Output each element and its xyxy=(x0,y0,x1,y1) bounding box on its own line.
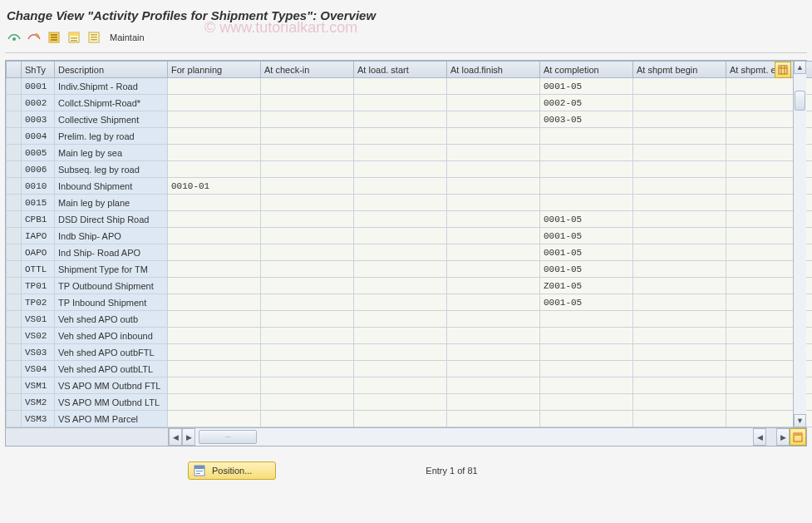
cell-for-planning[interactable] xyxy=(168,95,261,111)
cell-shty[interactable]: VS03 xyxy=(22,344,55,361)
cell-description[interactable]: Veh shed APO inbound xyxy=(55,328,168,344)
scroll-right-button[interactable]: ▶ xyxy=(182,428,195,446)
cell-at-checkin[interactable] xyxy=(261,145,354,161)
cell-description[interactable]: Collective Shipment xyxy=(55,111,168,128)
cell-at-checkin[interactable] xyxy=(261,128,354,145)
row-selector[interactable] xyxy=(7,78,22,95)
cell-at-completion[interactable]: 0001-05 xyxy=(540,211,633,228)
cell-at-load-start[interactable] xyxy=(354,211,447,228)
cell-description[interactable]: Veh shed APO outbLTL xyxy=(55,361,168,377)
cell-at-load-start[interactable] xyxy=(354,128,447,145)
vscroll-thumb[interactable] xyxy=(795,91,805,111)
cell-at-shpmt-begin[interactable] xyxy=(633,244,726,261)
cell-for-planning[interactable] xyxy=(168,294,261,311)
cell-description[interactable]: TP Inbound Shipment xyxy=(55,294,168,311)
cell-at-shpmt-begin[interactable] xyxy=(633,95,726,111)
cell-for-planning[interactable] xyxy=(168,145,261,161)
cell-at-completion[interactable] xyxy=(540,344,633,361)
cell-for-planning[interactable] xyxy=(168,261,261,278)
row-selector[interactable] xyxy=(7,328,22,344)
cell-at-shpmt-begin[interactable] xyxy=(633,111,726,128)
row-selector[interactable] xyxy=(7,244,22,261)
cell-at-completion[interactable] xyxy=(540,161,633,178)
cell-for-planning[interactable] xyxy=(168,377,261,394)
row-selector[interactable] xyxy=(7,394,22,411)
cell-at-load-start[interactable] xyxy=(354,95,447,111)
cell-for-planning[interactable] xyxy=(168,278,261,294)
row-selector[interactable] xyxy=(7,411,22,427)
cell-at-load-start[interactable] xyxy=(354,311,447,328)
cell-at-load-start[interactable] xyxy=(354,228,447,244)
cell-at-load-start[interactable] xyxy=(354,411,447,427)
cell-at-load-start[interactable] xyxy=(354,261,447,278)
cell-at-load-finish[interactable] xyxy=(447,228,540,244)
cell-at-load-start[interactable] xyxy=(354,328,447,344)
cell-at-checkin[interactable] xyxy=(261,411,354,427)
cell-at-checkin[interactable] xyxy=(261,111,354,128)
col-at-checkin[interactable]: At check-in xyxy=(261,62,354,78)
row-selector[interactable] xyxy=(7,178,22,195)
cell-description[interactable]: Main leg by sea xyxy=(55,145,168,161)
cell-at-load-finish[interactable] xyxy=(447,411,540,427)
cell-at-completion[interactable] xyxy=(540,328,633,344)
cell-at-checkin[interactable] xyxy=(261,344,354,361)
cell-for-planning[interactable] xyxy=(168,244,261,261)
cell-for-planning[interactable] xyxy=(168,311,261,328)
scroll-up-button[interactable]: ▲ xyxy=(794,61,806,74)
cell-at-shpmt-begin[interactable] xyxy=(633,128,726,145)
cell-at-checkin[interactable] xyxy=(261,161,354,178)
row-selector[interactable] xyxy=(7,111,22,128)
cell-description[interactable]: Veh shed APO outb xyxy=(55,311,168,328)
cell-at-shpmt-begin[interactable] xyxy=(633,294,726,311)
cell-at-completion[interactable]: 0001-05 xyxy=(540,244,633,261)
cell-at-load-finish[interactable] xyxy=(447,361,540,377)
cell-shty[interactable]: VSM2 xyxy=(22,394,55,411)
cell-at-checkin[interactable] xyxy=(261,244,354,261)
cell-at-completion[interactable] xyxy=(540,377,633,394)
toggle-display-change-button[interactable] xyxy=(5,29,23,46)
cell-at-load-finish[interactable] xyxy=(447,261,540,278)
cell-at-checkin[interactable] xyxy=(261,328,354,344)
cell-description[interactable]: Collct.Shipmt-Road* xyxy=(55,95,168,111)
cell-at-load-finish[interactable] xyxy=(447,377,540,394)
cell-shty[interactable]: VSM3 xyxy=(22,411,55,427)
cell-at-checkin[interactable] xyxy=(261,394,354,411)
cell-at-completion[interactable] xyxy=(540,311,633,328)
cell-for-planning[interactable] xyxy=(168,361,261,377)
row-selector[interactable] xyxy=(7,228,22,244)
cell-description[interactable]: VS APO MM Outbnd LTL xyxy=(55,394,168,411)
cell-description[interactable]: VS APO MM Parcel xyxy=(55,411,168,427)
cell-at-checkin[interactable] xyxy=(261,361,354,377)
hscroll-track[interactable]: ··· xyxy=(195,428,753,446)
cell-at-checkin[interactable] xyxy=(261,261,354,278)
cell-at-load-finish[interactable] xyxy=(447,278,540,294)
cell-at-load-finish[interactable] xyxy=(447,161,540,178)
row-selector[interactable] xyxy=(7,294,22,311)
cell-at-load-start[interactable] xyxy=(354,178,447,195)
cell-at-checkin[interactable] xyxy=(261,294,354,311)
cell-at-load-start[interactable] xyxy=(354,161,447,178)
cell-at-shpmt-begin[interactable] xyxy=(633,161,726,178)
row-selector[interactable] xyxy=(7,195,22,211)
cell-at-shpmt-begin[interactable] xyxy=(633,178,726,195)
cell-shty[interactable]: VSM1 xyxy=(22,377,55,394)
table-settings-icon[interactable] xyxy=(790,428,806,446)
row-selector[interactable] xyxy=(7,145,22,161)
scroll-left-end-button[interactable]: ◀ xyxy=(753,428,766,446)
cell-at-shpmt-begin[interactable] xyxy=(633,228,726,244)
row-selector[interactable] xyxy=(7,95,22,111)
cell-shty[interactable]: 0001 xyxy=(22,78,55,95)
col-at-shpmt-begin[interactable]: At shpmt begin xyxy=(633,62,726,78)
row-selector[interactable] xyxy=(7,361,22,377)
cell-shty[interactable]: 0004 xyxy=(22,128,55,145)
cell-shty[interactable]: VS04 xyxy=(22,361,55,377)
cell-at-completion[interactable] xyxy=(540,128,633,145)
cell-at-load-finish[interactable] xyxy=(447,211,540,228)
cell-for-planning[interactable] xyxy=(168,394,261,411)
cell-description[interactable]: Inbound Shipment xyxy=(55,178,168,195)
cell-at-checkin[interactable] xyxy=(261,228,354,244)
cell-at-shpmt-begin[interactable] xyxy=(633,411,726,427)
cell-at-checkin[interactable] xyxy=(261,95,354,111)
scroll-down-button[interactable]: ▼ xyxy=(794,414,806,427)
cell-shty[interactable]: CPB1 xyxy=(22,211,55,228)
